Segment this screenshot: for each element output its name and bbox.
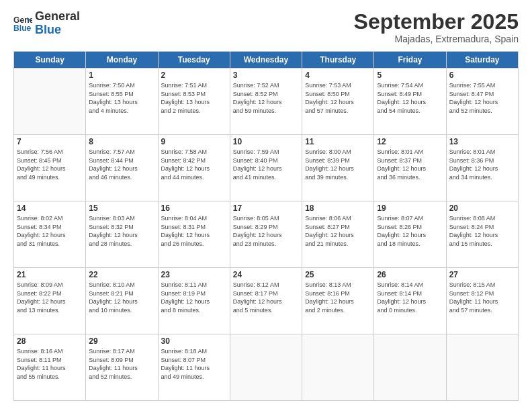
day-info: Sunrise: 7:54 AMSunset: 8:49 PMDaylight:… — [377, 81, 443, 115]
day-number: 22 — [89, 270, 154, 279]
day-number: 15 — [89, 203, 154, 213]
day-info: Sunrise: 7:52 AMSunset: 8:52 PMDaylight:… — [233, 81, 299, 115]
day-info: Sunrise: 8:13 AMSunset: 8:16 PMDaylight:… — [305, 281, 371, 314]
day-number: 26 — [377, 270, 443, 279]
calendar-day-cell: 19Sunrise: 8:07 AMSunset: 8:26 PMDayligh… — [374, 201, 446, 268]
calendar-week-row: 14Sunrise: 8:02 AMSunset: 8:34 PMDayligh… — [14, 201, 519, 268]
calendar-day-cell: 26Sunrise: 8:14 AMSunset: 8:14 PMDayligh… — [374, 268, 446, 334]
day-info: Sunrise: 8:06 AMSunset: 8:27 PMDaylight:… — [305, 214, 371, 248]
logo: General Blue General Blue — [13, 10, 80, 37]
calendar-day-cell: 9Sunrise: 7:58 AMSunset: 8:42 PMDaylight… — [158, 135, 230, 201]
day-info: Sunrise: 7:58 AMSunset: 8:42 PMDaylight:… — [161, 148, 227, 181]
header: General Blue General Blue September 2025… — [13, 10, 519, 44]
day-info: Sunrise: 7:57 AMSunset: 8:44 PMDaylight:… — [89, 148, 154, 181]
calendar-day-cell: 8Sunrise: 7:57 AMSunset: 8:44 PMDaylight… — [86, 135, 158, 201]
day-info: Sunrise: 8:08 AMSunset: 8:24 PMDaylight:… — [449, 214, 515, 248]
calendar-day-cell: 24Sunrise: 8:12 AMSunset: 8:17 PMDayligh… — [230, 268, 302, 334]
day-info: Sunrise: 8:01 AMSunset: 8:37 PMDaylight:… — [377, 148, 443, 181]
day-number: 5 — [377, 71, 443, 80]
calendar-day-cell: 2Sunrise: 7:51 AMSunset: 8:53 PMDaylight… — [158, 68, 230, 135]
calendar-day-cell: 23Sunrise: 8:11 AMSunset: 8:19 PMDayligh… — [158, 268, 230, 334]
location-subtitle: Majadas, Extremadura, Spain — [354, 34, 519, 44]
day-number: 25 — [305, 270, 371, 279]
logo-icon: General Blue — [13, 14, 32, 33]
calendar-day-cell: 28Sunrise: 8:16 AMSunset: 8:11 PMDayligh… — [14, 334, 86, 401]
col-friday: Friday — [374, 52, 446, 68]
calendar-day-cell: 5Sunrise: 7:54 AMSunset: 8:49 PMDaylight… — [374, 68, 446, 135]
day-number: 27 — [449, 270, 515, 279]
calendar-week-row: 1Sunrise: 7:50 AMSunset: 8:55 PMDaylight… — [14, 68, 519, 135]
day-number: 6 — [449, 71, 515, 80]
day-info: Sunrise: 7:51 AMSunset: 8:53 PMDaylight:… — [161, 81, 227, 115]
calendar-day-cell: 15Sunrise: 8:03 AMSunset: 8:32 PMDayligh… — [86, 201, 158, 268]
calendar-day-cell: 6Sunrise: 7:55 AMSunset: 8:47 PMDaylight… — [446, 68, 518, 135]
day-number: 17 — [233, 203, 299, 213]
calendar-day-cell: 10Sunrise: 7:59 AMSunset: 8:40 PMDayligh… — [230, 135, 302, 201]
calendar-week-row: 7Sunrise: 7:56 AMSunset: 8:45 PMDaylight… — [14, 135, 519, 201]
month-title: September 2025 — [354, 10, 519, 34]
day-number: 3 — [233, 71, 299, 80]
calendar-day-cell: 16Sunrise: 8:04 AMSunset: 8:31 PMDayligh… — [158, 201, 230, 268]
day-number: 19 — [377, 203, 443, 213]
day-number: 14 — [17, 203, 83, 213]
day-info: Sunrise: 7:53 AMSunset: 8:50 PMDaylight:… — [305, 81, 371, 115]
calendar-week-row: 28Sunrise: 8:16 AMSunset: 8:11 PMDayligh… — [14, 334, 519, 401]
day-number: 4 — [305, 71, 371, 80]
day-number: 28 — [17, 336, 83, 346]
day-number: 2 — [161, 71, 227, 80]
day-info: Sunrise: 8:11 AMSunset: 8:19 PMDaylight:… — [161, 281, 227, 314]
day-info: Sunrise: 8:04 AMSunset: 8:31 PMDaylight:… — [161, 214, 227, 248]
calendar-day-cell: 20Sunrise: 8:08 AMSunset: 8:24 PMDayligh… — [446, 201, 518, 268]
day-number: 10 — [233, 137, 299, 146]
day-info: Sunrise: 8:12 AMSunset: 8:17 PMDaylight:… — [233, 281, 299, 314]
calendar-header-row: Sunday Monday Tuesday Wednesday Thursday… — [14, 52, 519, 68]
calendar-day-cell: 25Sunrise: 8:13 AMSunset: 8:16 PMDayligh… — [302, 268, 374, 334]
title-block: September 2025 Majadas, Extremadura, Spa… — [354, 10, 519, 44]
day-info: Sunrise: 8:09 AMSunset: 8:22 PMDaylight:… — [17, 281, 83, 314]
page: General Blue General Blue September 2025… — [0, 0, 532, 411]
day-info: Sunrise: 8:02 AMSunset: 8:34 PMDaylight:… — [17, 214, 83, 248]
day-info: Sunrise: 8:05 AMSunset: 8:29 PMDaylight:… — [233, 214, 299, 248]
day-number: 13 — [449, 137, 515, 146]
col-wednesday: Wednesday — [230, 52, 302, 68]
logo-text: General Blue — [35, 10, 80, 37]
day-number: 7 — [17, 137, 83, 146]
calendar-day-cell: 7Sunrise: 7:56 AMSunset: 8:45 PMDaylight… — [14, 135, 86, 201]
day-info: Sunrise: 8:15 AMSunset: 8:12 PMDaylight:… — [449, 281, 515, 314]
day-info: Sunrise: 7:50 AMSunset: 8:55 PMDaylight:… — [89, 81, 154, 115]
day-number: 8 — [89, 137, 154, 146]
calendar-day-cell: 1Sunrise: 7:50 AMSunset: 8:55 PMDaylight… — [86, 68, 158, 135]
day-number: 18 — [305, 203, 371, 213]
day-number: 16 — [161, 203, 227, 213]
calendar-day-cell: 11Sunrise: 8:00 AMSunset: 8:39 PMDayligh… — [302, 135, 374, 201]
calendar-day-cell: 27Sunrise: 8:15 AMSunset: 8:12 PMDayligh… — [446, 268, 518, 334]
calendar-day-cell: 4Sunrise: 7:53 AMSunset: 8:50 PMDaylight… — [302, 68, 374, 135]
calendar-day-cell: 18Sunrise: 8:06 AMSunset: 8:27 PMDayligh… — [302, 201, 374, 268]
calendar-day-cell: 30Sunrise: 8:18 AMSunset: 8:07 PMDayligh… — [158, 334, 230, 401]
day-info: Sunrise: 8:00 AMSunset: 8:39 PMDaylight:… — [305, 148, 371, 181]
col-saturday: Saturday — [446, 52, 518, 68]
calendar-day-cell: 22Sunrise: 8:10 AMSunset: 8:21 PMDayligh… — [86, 268, 158, 334]
day-number: 12 — [377, 137, 443, 146]
col-sunday: Sunday — [14, 52, 86, 68]
day-info: Sunrise: 7:59 AMSunset: 8:40 PMDaylight:… — [233, 148, 299, 181]
day-number: 30 — [161, 336, 227, 346]
day-info: Sunrise: 8:07 AMSunset: 8:26 PMDaylight:… — [377, 214, 443, 248]
calendar-day-cell — [374, 334, 446, 401]
calendar-day-cell: 12Sunrise: 8:01 AMSunset: 8:37 PMDayligh… — [374, 135, 446, 201]
calendar-day-cell: 21Sunrise: 8:09 AMSunset: 8:22 PMDayligh… — [14, 268, 86, 334]
day-number: 20 — [449, 203, 515, 213]
day-number: 11 — [305, 137, 371, 146]
calendar-day-cell — [14, 68, 86, 135]
day-number: 1 — [89, 71, 154, 80]
day-info: Sunrise: 7:56 AMSunset: 8:45 PMDaylight:… — [17, 148, 83, 181]
calendar-day-cell: 13Sunrise: 8:01 AMSunset: 8:36 PMDayligh… — [446, 135, 518, 201]
day-number: 21 — [17, 270, 83, 279]
day-info: Sunrise: 8:10 AMSunset: 8:21 PMDaylight:… — [89, 281, 154, 314]
calendar-day-cell — [302, 334, 374, 401]
col-monday: Monday — [86, 52, 158, 68]
day-info: Sunrise: 8:03 AMSunset: 8:32 PMDaylight:… — [89, 214, 154, 248]
day-info: Sunrise: 8:18 AMSunset: 8:07 PMDaylight:… — [161, 347, 227, 381]
day-number: 9 — [161, 137, 227, 146]
calendar-day-cell: 17Sunrise: 8:05 AMSunset: 8:29 PMDayligh… — [230, 201, 302, 268]
